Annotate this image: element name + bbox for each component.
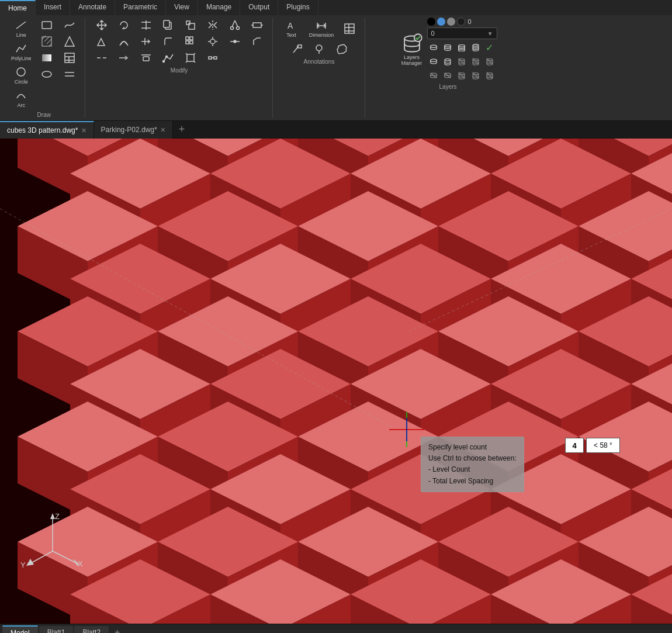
layer-visible-button[interactable] xyxy=(455,41,468,54)
tab-plugins[interactable]: Plugins xyxy=(278,0,318,15)
status-tab-blatt1[interactable]: Blatt1 xyxy=(39,626,74,634)
stretch-button[interactable] xyxy=(247,18,268,33)
ribbon-group-modify: Modify xyxy=(86,18,273,118)
doc-tab-parking-close[interactable]: × xyxy=(161,125,165,134)
svg-point-73 xyxy=(458,45,465,47)
hatch-button[interactable] xyxy=(36,34,57,49)
grip-button[interactable] xyxy=(202,50,223,65)
svg-rect-22 xyxy=(186,21,190,25)
layer-icon3-5[interactable] xyxy=(483,69,496,82)
doc-tab-cubes[interactable]: cubes 3D pattern.dwg* × xyxy=(0,121,94,139)
copy-button[interactable] xyxy=(158,18,179,33)
ellipse-button[interactable] xyxy=(36,67,57,82)
fillet-button[interactable] xyxy=(158,34,179,49)
circle-button[interactable]: Circle xyxy=(8,64,34,87)
scale-button[interactable] xyxy=(180,18,201,33)
svg-point-71 xyxy=(430,45,437,47)
layer-icon2-5[interactable] xyxy=(483,55,496,68)
break-button[interactable] xyxy=(91,50,112,65)
status-tab-blatt2[interactable]: Blatt2 xyxy=(74,626,109,634)
line-button[interactable]: Line xyxy=(8,18,34,40)
tab-insert[interactable]: Insert xyxy=(36,0,70,15)
ribbon-group-draw: Line PolyLine Circle Arc xyxy=(4,18,85,118)
status-tab-model[interactable]: Model xyxy=(2,625,38,634)
layer-lock-button[interactable] xyxy=(441,41,454,54)
layer-icon3-2[interactable] xyxy=(441,69,454,82)
anno-row2 xyxy=(286,41,352,57)
doc-tab-parking[interactable]: Parking-P02.dwg* × xyxy=(94,121,173,139)
svg-point-52 xyxy=(165,56,167,58)
text-button[interactable]: A Text xyxy=(279,18,304,40)
layer-name-bar[interactable]: 0 ▼ xyxy=(427,27,497,39)
svg-point-38 xyxy=(210,39,215,44)
tab-parametric[interactable]: Parametric xyxy=(115,0,166,15)
anno-table-button[interactable] xyxy=(339,21,360,36)
svg-marker-10 xyxy=(65,37,74,46)
3d-tools-button[interactable] xyxy=(180,50,201,65)
new-tab-button[interactable]: + xyxy=(173,123,191,136)
offset-button[interactable] xyxy=(113,34,134,49)
tab-view[interactable]: View xyxy=(166,0,198,15)
modify-row3 xyxy=(91,50,268,65)
angle-input[interactable] xyxy=(586,438,620,453)
trim-button[interactable] xyxy=(136,18,157,33)
ribbon-tab-bar: Home Insert Annotate Parametric View Man… xyxy=(0,0,672,15)
doc-tab-cubes-close[interactable]: × xyxy=(81,126,86,135)
circle-black xyxy=(427,18,435,26)
layer-freeze-button[interactable] xyxy=(469,41,482,54)
move-button[interactable] xyxy=(91,18,112,33)
rotate-button[interactable] xyxy=(113,18,134,33)
layers-manager-button[interactable]: LayersManager xyxy=(399,31,425,68)
cut-button[interactable] xyxy=(224,18,245,33)
gradient-button[interactable] xyxy=(36,50,57,65)
explode-button[interactable] xyxy=(202,34,223,49)
draw-group-label: Draw xyxy=(37,112,51,118)
spline-button[interactable] xyxy=(59,18,80,33)
extend-button[interactable] xyxy=(136,34,157,49)
svg-line-3 xyxy=(42,36,46,39)
leader-button[interactable] xyxy=(286,41,307,57)
layer-toggle-button[interactable] xyxy=(427,41,440,54)
join-button[interactable] xyxy=(224,34,245,49)
circle-dark xyxy=(457,18,465,26)
lengthen-button[interactable] xyxy=(113,50,134,65)
canvas-background[interactable]: .cube-top { fill: #d45555; } .cube-left … xyxy=(0,139,672,624)
align-button[interactable] xyxy=(136,50,157,65)
layers-group-label: Layers xyxy=(439,84,457,90)
multiline-button[interactable] xyxy=(59,67,80,82)
svg-rect-11 xyxy=(65,53,74,63)
layer-icon2-3[interactable] xyxy=(455,55,468,68)
svg-point-45 xyxy=(234,40,236,43)
tab-home[interactable]: Home xyxy=(0,0,36,15)
layer-icon3-3[interactable] xyxy=(455,69,468,82)
tab-annotate[interactable]: Annotate xyxy=(70,0,115,15)
layer-icon2-1[interactable] xyxy=(427,55,440,68)
mark-button[interactable] xyxy=(309,41,330,57)
erase-button[interactable] xyxy=(91,34,112,49)
table-button[interactable] xyxy=(59,50,80,65)
layer-icon3-4[interactable] xyxy=(469,69,482,82)
modify-group-label: Modify xyxy=(171,67,188,74)
tab-manage[interactable]: Manage xyxy=(198,0,240,15)
array-button[interactable] xyxy=(180,34,201,49)
wipeout-button[interactable] xyxy=(59,34,80,49)
layer-icon2-2[interactable] xyxy=(441,55,454,68)
chamfer-button[interactable] xyxy=(247,34,268,49)
layer-icon2-4[interactable] xyxy=(469,55,482,68)
rectangle-button[interactable] xyxy=(36,18,57,33)
level-count-input[interactable] xyxy=(565,438,584,453)
mirror-button[interactable] xyxy=(202,18,223,33)
arc-button[interactable]: Arc xyxy=(8,88,34,110)
layer-icon3-1[interactable] xyxy=(427,69,440,82)
cubes-svg: .cube-top { fill: #d45555; } .cube-left … xyxy=(0,139,672,624)
svg-point-9 xyxy=(42,71,51,77)
tab-output[interactable]: Output xyxy=(240,0,278,15)
new-layout-button[interactable]: + xyxy=(110,625,124,634)
pedit-button[interactable] xyxy=(158,50,179,65)
layer-checkmark-button[interactable]: ✓ xyxy=(483,41,496,54)
polyline-button[interactable]: PolyLine xyxy=(8,41,34,63)
revcloud-button[interactable] xyxy=(331,41,352,57)
dimension-button[interactable]: Dimension xyxy=(306,18,338,40)
svg-rect-35 xyxy=(190,37,193,40)
ribbon-group-annotations: A Text Dimension xyxy=(274,18,365,118)
